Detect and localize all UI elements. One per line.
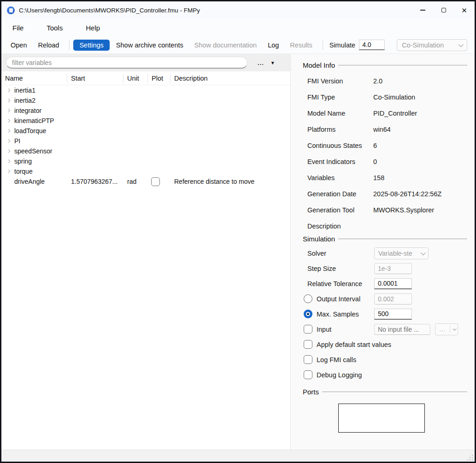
output-interval-input bbox=[374, 293, 412, 305]
info-value: win64 bbox=[373, 126, 391, 133]
debug-logging-row: Debug Logging bbox=[304, 367, 467, 382]
filter-variables-input[interactable] bbox=[6, 57, 247, 69]
start-value[interactable]: 1.5707963267... bbox=[67, 178, 123, 185]
variable-name: speedSensor bbox=[14, 147, 53, 155]
step-size-row: Step Size bbox=[304, 261, 467, 276]
maximize-button[interactable] bbox=[433, 1, 454, 19]
variable-name: spring bbox=[14, 158, 32, 165]
info-value: 2025-08-26T14:22:56Z bbox=[373, 190, 441, 198]
model-info-group-header: Model Info bbox=[303, 61, 467, 69]
info-label: Generation Tool bbox=[307, 206, 373, 214]
reload-button[interactable]: Reload bbox=[33, 40, 64, 51]
table-row[interactable]: loadTorque bbox=[1, 126, 290, 136]
toolbar-separator bbox=[323, 41, 323, 50]
browse-input-file-button: ... bbox=[435, 323, 458, 335]
column-header-name[interactable]: Name bbox=[1, 74, 67, 83]
apply-default-start-values-row: Apply default start values bbox=[304, 337, 467, 352]
expand-chevron-icon[interactable] bbox=[6, 99, 10, 102]
info-label: Generation Date bbox=[307, 190, 373, 198]
ports-diagram-box bbox=[338, 404, 425, 433]
table-row[interactable]: kinematicPTP bbox=[1, 116, 290, 126]
ports-title: Ports bbox=[303, 388, 319, 396]
info-label: Event Indicators bbox=[307, 158, 373, 165]
apply-default-start-values-checkbox[interactable] bbox=[304, 340, 312, 349]
column-header-unit[interactable]: Unit bbox=[123, 74, 148, 83]
info-label: Continuous States bbox=[307, 142, 373, 149]
expand-chevron-icon[interactable] bbox=[6, 170, 10, 173]
solver-row: Solver Variable-ste bbox=[304, 246, 467, 261]
group-divider bbox=[322, 392, 467, 392]
expand-chevron-icon[interactable] bbox=[6, 149, 10, 153]
max-samples-row: Max. Samples bbox=[304, 306, 467, 322]
expand-chevron-icon[interactable] bbox=[6, 109, 10, 112]
close-button[interactable]: ✕ bbox=[454, 1, 475, 19]
apply-default-start-values-label: Apply default start values bbox=[317, 341, 391, 348]
variable-description: Reference distance to move bbox=[170, 178, 290, 185]
column-header-description[interactable]: Description bbox=[170, 74, 290, 83]
open-button[interactable]: Open bbox=[6, 40, 31, 51]
log-button[interactable]: Log bbox=[263, 40, 283, 51]
filter-dropdown-icon[interactable]: ▼ bbox=[270, 60, 275, 65]
max-samples-input[interactable] bbox=[374, 309, 412, 320]
table-row[interactable]: inertia1 bbox=[1, 85, 290, 95]
chevron-down-icon bbox=[458, 41, 464, 47]
table-row-driveangle[interactable]: driveAngle 1.5707963267... rad Reference… bbox=[1, 176, 290, 187]
title-bar: C:\Users\fengb\Documents\MWORKS\PID_Cont… bbox=[1, 1, 475, 19]
max-samples-label: Max. Samples bbox=[317, 311, 359, 318]
info-label: FMI Version bbox=[307, 77, 373, 85]
table-row[interactable]: PI bbox=[1, 136, 290, 146]
info-label: Platforms bbox=[307, 126, 373, 133]
relative-tolerance-input[interactable] bbox=[374, 278, 412, 289]
settings-button[interactable]: Settings bbox=[73, 40, 109, 51]
log-fmi-calls-checkbox[interactable] bbox=[304, 355, 312, 364]
input-row: Input ... bbox=[304, 322, 467, 337]
expand-chevron-icon[interactable] bbox=[6, 139, 10, 143]
expand-chevron-icon[interactable] bbox=[6, 88, 10, 92]
minimize-button[interactable] bbox=[412, 1, 433, 19]
info-value: 2.0 bbox=[373, 77, 382, 85]
max-samples-radio[interactable] bbox=[304, 310, 312, 318]
info-row: Variables 158 bbox=[307, 170, 467, 186]
table-row[interactable]: spring bbox=[1, 156, 290, 166]
menu-help[interactable]: Help bbox=[79, 21, 106, 35]
simulation-title: Simulation bbox=[303, 235, 335, 243]
show-archive-contents-button[interactable]: Show archive contents bbox=[112, 40, 188, 51]
table-body: inertia1 inertia2 integrator kinematicPT… bbox=[1, 85, 290, 450]
variable-name: driveAngle bbox=[14, 178, 45, 185]
debug-logging-checkbox[interactable] bbox=[304, 370, 312, 379]
close-icon: ✕ bbox=[461, 7, 467, 14]
group-divider bbox=[338, 239, 467, 239]
expand-chevron-icon[interactable] bbox=[6, 159, 10, 163]
plot-checkbox[interactable] bbox=[151, 177, 160, 186]
browse-dots: ... bbox=[435, 326, 450, 333]
stop-time-input[interactable] bbox=[359, 40, 385, 50]
column-header-plot[interactable]: Plot bbox=[148, 74, 170, 83]
ports-group-header: Ports bbox=[303, 388, 467, 396]
output-interval-row: Output Interval bbox=[304, 291, 467, 306]
menu-file[interactable]: File bbox=[6, 21, 30, 35]
window-title: C:\Users\fengb\Documents\MWORKS\PID_Cont… bbox=[19, 7, 200, 14]
simulation-rows: Solver Variable-ste Step Size Relative T… bbox=[304, 246, 467, 382]
expand-chevron-icon[interactable] bbox=[6, 119, 10, 123]
settings-panel: Model Info FMI Version 2.0 FMI Type Co-S… bbox=[291, 54, 475, 450]
expand-chevron-icon[interactable] bbox=[6, 129, 10, 133]
table-row[interactable]: integrator bbox=[1, 105, 290, 116]
info-value: Co-Simulation bbox=[373, 94, 415, 101]
resize-grip[interactable] bbox=[467, 455, 473, 460]
table-row[interactable]: torque bbox=[1, 166, 290, 176]
table-row[interactable]: inertia2 bbox=[1, 95, 290, 105]
output-interval-radio[interactable] bbox=[304, 294, 312, 303]
relative-tolerance-row: Relative Tolerance bbox=[304, 276, 467, 291]
filter-more-button[interactable]: ... bbox=[258, 59, 264, 66]
fmi-type-dropdown: Co-Simulation bbox=[397, 39, 467, 51]
app-window: C:\Users\fengb\Documents\MWORKS\PID_Cont… bbox=[0, 0, 476, 463]
toolbar: Open Reload Settings Show archive conten… bbox=[1, 36, 475, 54]
table-row[interactable]: speedSensor bbox=[1, 146, 290, 156]
column-header-start[interactable]: Start bbox=[67, 74, 123, 83]
variable-name: integrator bbox=[14, 107, 41, 114]
info-label: Variables bbox=[307, 174, 373, 182]
group-divider bbox=[338, 65, 467, 65]
menu-tools[interactable]: Tools bbox=[40, 21, 69, 35]
input-checkbox[interactable] bbox=[304, 325, 312, 334]
simulate-label[interactable]: Simulate bbox=[327, 40, 358, 51]
